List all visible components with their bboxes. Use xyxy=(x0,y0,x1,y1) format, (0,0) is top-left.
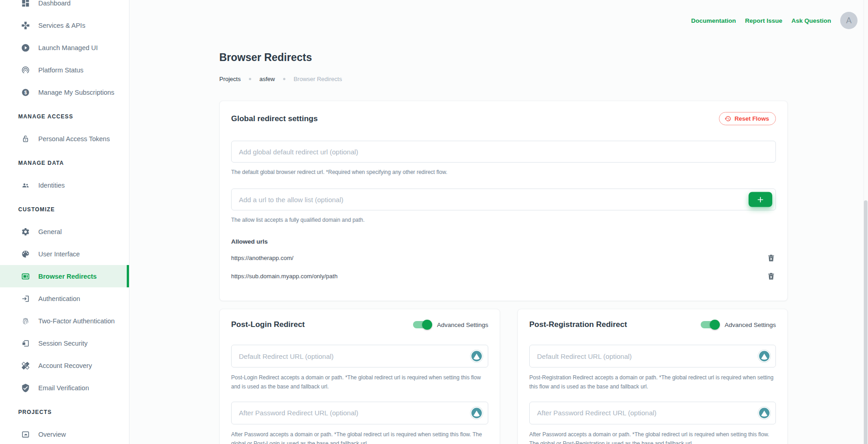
sidebar-item-two-factor-authentication[interactable]: Two-Factor Authentication xyxy=(0,310,129,332)
fingerprint-icon xyxy=(20,316,31,327)
sidebar-item-email-verification[interactable]: Email Verification xyxy=(0,377,129,399)
allowed-urls-title: Allowed urls xyxy=(231,238,776,245)
sidebar-item-label: Dashboard xyxy=(38,0,71,7)
palette-icon xyxy=(20,249,31,260)
sidebar-item-general[interactable]: General xyxy=(0,220,129,243)
allow-list-help: The allow list accepts a fully qualified… xyxy=(231,216,776,225)
delete-url-button[interactable] xyxy=(766,253,776,263)
avatar-initial: A xyxy=(846,16,852,26)
sidebar-item-label: Launch Managed UI xyxy=(38,44,98,51)
allow-list-url-field xyxy=(231,189,776,210)
post-registration-default-url-input[interactable] xyxy=(529,345,776,367)
dashboard-icon xyxy=(20,0,31,9)
restore-icon xyxy=(724,115,731,122)
global-default-url-help: The default global browser redirect url.… xyxy=(231,168,776,177)
sidebar-item-authentication[interactable]: Authentication xyxy=(0,287,129,310)
sidebar-section-manage-data: MANAGE DATA xyxy=(0,152,129,174)
sidebar: Dashboard Services & APIs Launch Managed… xyxy=(0,0,129,444)
login-arrow-icon xyxy=(20,293,31,304)
post-login-after-password-field xyxy=(231,402,488,424)
breadcrumb-project-name[interactable]: asfew xyxy=(259,76,275,82)
allowed-url-text: https://anotherapp.com/ xyxy=(231,255,294,261)
sidebar-item-launch-managed-ui[interactable]: Launch Managed UI xyxy=(0,36,129,59)
status-radar-icon xyxy=(20,65,31,76)
people-icon xyxy=(20,180,31,191)
page-title: Browser Redirects xyxy=(219,51,788,64)
sidebar-item-account-recovery[interactable]: Account Recovery xyxy=(0,354,129,377)
sidebar-item-label: Browser Redirects xyxy=(38,273,97,280)
device-lock-icon xyxy=(20,338,31,349)
post-registration-redirect-card: Post-Registration Redirect Advanced Sett… xyxy=(517,309,788,444)
reset-flows-label: Reset Flows xyxy=(734,115,769,122)
sidebar-item-label: Overview xyxy=(38,431,66,438)
sidebar-item-services-apis[interactable]: Services & APIs xyxy=(0,14,129,36)
sidebar-item-overview[interactable]: Overview xyxy=(0,423,129,444)
global-card-title: Global redirect settings xyxy=(231,114,318,123)
browser-window-icon xyxy=(20,271,31,282)
sidebar-item-label: User Interface xyxy=(38,250,80,258)
page-scrollbar-thumb[interactable] xyxy=(864,200,868,444)
delete-url-button[interactable] xyxy=(766,271,776,281)
advanced-settings-label: Advanced Settings xyxy=(724,322,776,328)
sidebar-item-session-security[interactable]: Session Security xyxy=(0,332,129,354)
breadcrumb: Projects asfew Browser Redirects xyxy=(219,76,788,82)
sidebar-item-label: Personal Access Tokens xyxy=(38,135,110,143)
post-login-advanced-toggle[interactable] xyxy=(413,321,431,328)
breadcrumb-dot xyxy=(249,78,251,80)
post-registration-card-title: Post-Registration Redirect xyxy=(529,320,627,329)
sidebar-item-label: Email Verification xyxy=(38,384,89,392)
sidebar-item-identities[interactable]: Identities xyxy=(0,174,129,196)
sidebar-item-label: Services & APIs xyxy=(38,22,85,29)
allowed-url-text: https://sub.domain.myapp.com/only/path xyxy=(231,273,337,280)
allowed-url-row: https://anotherapp.com/ xyxy=(231,252,776,263)
avatar[interactable]: A xyxy=(840,12,858,29)
mountain-circle-icon xyxy=(758,350,771,363)
add-url-button[interactable] xyxy=(749,192,772,207)
post-registration-after-password-help: After Password accepts a domain or path.… xyxy=(529,430,776,444)
mountain-circle-icon xyxy=(758,406,771,419)
post-login-redirect-card: Post-Login Redirect Advanced Settings xyxy=(219,309,500,444)
post-registration-after-password-field xyxy=(529,402,776,424)
advanced-settings-label: Advanced Settings xyxy=(437,322,488,328)
reset-flows-button[interactable]: Reset Flows xyxy=(719,112,776,125)
post-login-default-url-input[interactable] xyxy=(231,345,488,367)
sidebar-item-label: Account Recovery xyxy=(38,362,92,369)
global-default-url-field xyxy=(231,141,776,163)
sidebar-item-label: Identities xyxy=(38,182,65,189)
global-default-url-input[interactable] xyxy=(231,141,776,163)
mountain-circle-icon xyxy=(470,406,483,419)
allow-list-url-input[interactable] xyxy=(231,189,776,210)
sidebar-item-platform-status[interactable]: Platform Status xyxy=(0,59,129,81)
verified-shield-icon xyxy=(20,383,31,393)
sidebar-item-browser-redirects[interactable]: Browser Redirects xyxy=(0,265,129,287)
ask-question-link[interactable]: Ask Question xyxy=(791,17,831,24)
sidebar-item-label: Platform Status xyxy=(38,66,83,74)
post-registration-advanced-toggle[interactable] xyxy=(701,321,719,328)
sidebar-item-label: Session Security xyxy=(38,340,88,347)
breadcrumb-current: Browser Redirects xyxy=(294,76,342,82)
sidebar-item-personal-access-tokens[interactable]: Personal Access Tokens xyxy=(0,128,129,150)
breadcrumb-projects[interactable]: Projects xyxy=(219,76,241,82)
post-login-default-help: Post-Login Redirect accepts a domain or … xyxy=(231,373,488,392)
sidebar-item-user-interface[interactable]: User Interface xyxy=(0,243,129,265)
post-registration-default-url-field xyxy=(529,345,776,367)
sidebar-section-projects: PROJECTS xyxy=(0,401,129,423)
sidebar-item-manage-subscriptions[interactable]: $ Manage My Subscriptions xyxy=(0,81,129,103)
healing-bandage-icon xyxy=(20,360,31,371)
toggle-knob xyxy=(422,320,432,330)
post-login-after-password-input[interactable] xyxy=(231,402,488,424)
svg-text:$: $ xyxy=(24,90,27,95)
flow-cards-row: Post-Login Redirect Advanced Settings xyxy=(219,309,788,444)
post-login-after-password-help: After Password accepts a domain or path.… xyxy=(231,430,488,444)
sidebar-item-dashboard[interactable]: Dashboard xyxy=(0,0,129,14)
lock-icon xyxy=(20,133,31,144)
play-circle-icon xyxy=(20,42,31,53)
cloud-preview-icon xyxy=(20,429,31,440)
dollar-circle-icon: $ xyxy=(20,87,31,98)
post-registration-after-password-input[interactable] xyxy=(529,402,776,424)
plus-icon xyxy=(756,195,765,204)
mountain-circle-icon xyxy=(470,350,483,363)
sidebar-item-label: Authentication xyxy=(38,295,80,302)
main-content: Browser Redirects Projects asfew Browser… xyxy=(219,0,788,444)
sidebar-section-customize: CUSTOMIZE xyxy=(0,198,129,220)
